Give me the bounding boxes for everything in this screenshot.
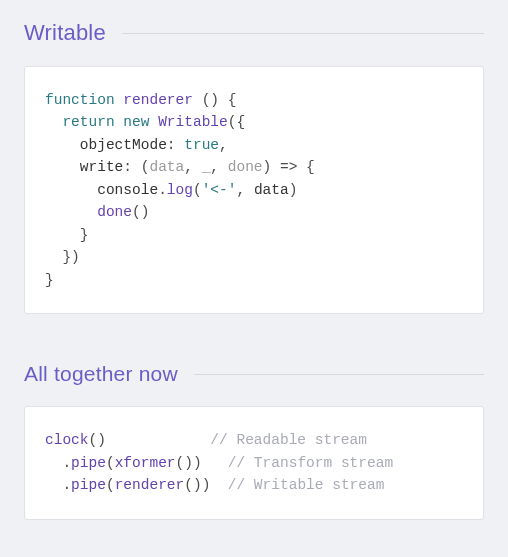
open-paren: ( [106,477,115,493]
pad [106,432,210,448]
colon: : [123,159,132,175]
comma: , [219,137,228,153]
heading-row: All together now [24,342,484,406]
param-data: data [149,159,184,175]
dot: . [62,455,71,471]
dot: . [62,477,71,493]
keyword-new: new [123,114,149,130]
brace-close: }) [62,249,79,265]
comment-readable: // Readable stream [210,432,367,448]
code-block-writable: function renderer () { return new Writab… [24,66,484,314]
section-heading: All together now [24,362,178,386]
open-paren: ( [106,455,115,471]
arrow: => [280,159,297,175]
brace: { [306,159,315,175]
section-all-together: All together now clock() // Readable str… [0,342,508,519]
heading-row: Writable [24,0,484,66]
close-paren: ) [263,159,272,175]
fn-done: done [97,204,132,220]
call-parens: () [184,477,201,493]
keyword-function: function [45,92,115,108]
comment-transform: // Transform stream [228,455,393,471]
obj-console: console [97,182,158,198]
colon: : [167,137,176,153]
call-parens: () [89,432,106,448]
bool-true: true [184,137,219,153]
fn-pipe: pipe [71,455,106,471]
comma: , [236,182,245,198]
close-paren: ) [193,455,202,471]
class-writable: Writable [158,114,228,130]
fn-log: log [167,182,193,198]
fn-clock: clock [45,432,89,448]
fn-renderer: renderer [123,92,193,108]
pad [210,477,227,493]
section-writable: Writable function renderer () { return n… [0,0,508,314]
section-gap [0,314,508,342]
comment-writable: // Writable stream [228,477,385,493]
comma: , [184,159,193,175]
fn-pipe: pipe [71,477,106,493]
open-paren: ( [193,182,202,198]
brace-close: } [80,227,89,243]
heading-rule [122,33,484,34]
call-parens: () [176,455,193,471]
prop-write: write [80,159,124,175]
prop-objectmode: objectMode [80,137,167,153]
call-parens: () [132,204,149,220]
arg-data: data [254,182,289,198]
code-block-together: clock() // Readable stream .pipe(xformer… [24,406,484,519]
section-heading: Writable [24,20,106,46]
fn-xformer: xformer [115,455,176,471]
dot: . [158,182,167,198]
fn-renderer: renderer [115,477,185,493]
brace-close: } [45,272,54,288]
comma: , [210,159,219,175]
punc: () { [193,92,237,108]
heading-rule [194,374,484,375]
string-arrow: '<-' [202,182,237,198]
param-done: done [228,159,263,175]
punc: ({ [228,114,245,130]
keyword-return: return [62,114,114,130]
pad [202,455,228,471]
close-paren: ) [289,182,298,198]
